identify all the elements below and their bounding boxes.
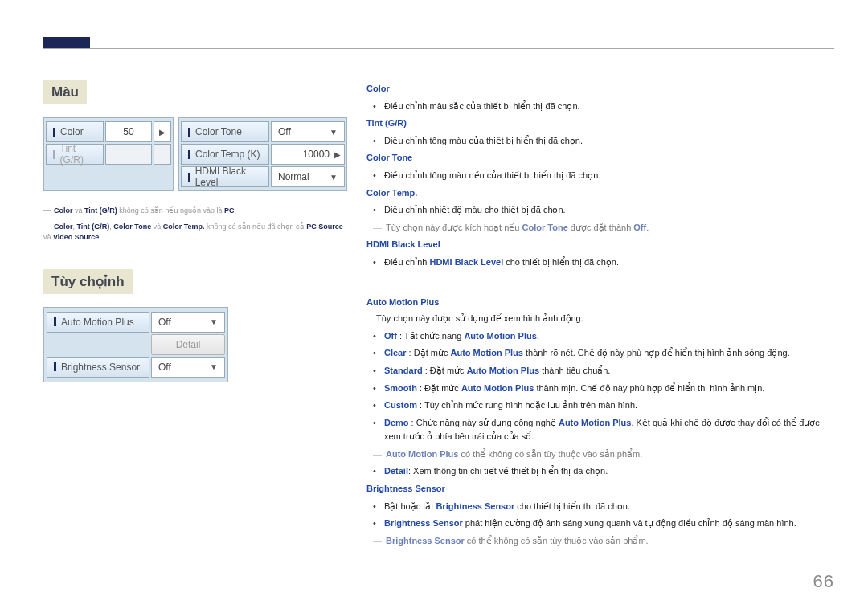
detail-button-text: Detail: [176, 339, 201, 350]
value-tint: [105, 144, 152, 165]
chevron-down-icon: ▼: [330, 173, 338, 182]
heading: Color Tone: [366, 151, 834, 166]
label-color-temp: Color Temp (K): [181, 144, 269, 165]
label-color-tone-text: Color Tone: [195, 126, 242, 137]
value-brightness-sensor-text: Off: [158, 362, 171, 373]
value-auto-motion[interactable]: Off▼: [151, 312, 225, 333]
heading: Color Temp.: [366, 186, 834, 201]
detail-button: Detail: [151, 334, 225, 355]
paragraph: Tùy chọn này được sử dụng để xem hình ản…: [376, 312, 834, 326]
panel-color-right: Color Tone Off▼ Color Temp (K) 10000▶ HD…: [178, 117, 347, 191]
label-auto-motion: Auto Motion Plus: [47, 312, 149, 333]
chevron-down-icon: ▼: [330, 128, 338, 137]
footnote-line: ―Color và Tint (G/R) không có sẵn nếu ng…: [43, 206, 347, 217]
label-auto-motion-text: Auto Motion Plus: [61, 317, 134, 328]
heading: Auto Motion Plus: [366, 296, 834, 310]
list-item: Detail: Xem thông tin chi tiết về thiết …: [373, 464, 834, 479]
value-hdmi-black-text: Normal: [278, 171, 309, 182]
value-brightness-sensor[interactable]: Off▼: [151, 357, 225, 378]
section-title-mau: Màu: [43, 80, 87, 104]
label-color-text: Color: [60, 126, 84, 137]
list-item: Điều chỉnh HDMI Black Level cho thiết bị…: [373, 255, 834, 270]
list-item: Demo : Chức năng này sử dụng công nghệ A…: [373, 416, 834, 444]
arrow-tint: [154, 144, 171, 165]
right-column: ColorĐiều chỉnh màu sắc của thiết bị hiể…: [347, 80, 834, 573]
list-item: Điều chỉnh màu sắc của thiết bị hiển thị…: [373, 100, 834, 114]
heading: Tint (G/R): [366, 116, 834, 131]
value-color-tone-text: Off: [278, 126, 291, 137]
label-hdmi-black-text: HDMI Black Level: [195, 166, 262, 188]
value-color-text: 50: [123, 126, 133, 137]
chevron-down-icon: ▼: [210, 317, 218, 326]
left-column: Màu Color 50 ▶ Tint (G/R): [43, 80, 347, 573]
list-item: Điều chỉnh nhiệt độ màu cho thiết bị đã …: [373, 203, 834, 218]
note: Auto Motion Plus có thể không có sẵn tùy…: [373, 447, 834, 462]
heading: Color: [366, 82, 834, 96]
footnotes-section1: ―Color và Tint (G/R) không có sẵn nếu ng…: [43, 206, 347, 243]
header-divider: [43, 48, 834, 49]
list-item: Clear : Đặt mức Auto Motion Plus thành r…: [373, 346, 834, 361]
value-color-temp-text: 10000: [303, 149, 330, 160]
footnote-line: ―Color, Tint (G/R), Color Tone và Color …: [43, 222, 347, 243]
heading: Brightness Sensor: [366, 482, 834, 497]
arrow-right-icon: ▶: [159, 128, 166, 137]
list-item: Brightness Sensor phát hiện cường độ ánh…: [373, 517, 834, 531]
value-auto-motion-text: Off: [158, 317, 171, 328]
chevron-down-icon: ▼: [210, 362, 218, 371]
heading: HDMI Black Level: [366, 238, 834, 252]
list-item: Smooth : Đặt mức Auto Motion Plus thành …: [373, 382, 834, 396]
page-number: 66: [813, 571, 834, 592]
value-color-tone[interactable]: Off▼: [271, 121, 345, 142]
label-tint: Tint (G/R): [46, 144, 104, 165]
label-color: Color: [46, 121, 104, 142]
list-item: Bật hoặc tắt Brightness Sensor cho thiết…: [373, 500, 834, 514]
arrow-color[interactable]: ▶: [154, 121, 171, 142]
value-hdmi-black[interactable]: Normal▼: [271, 166, 345, 187]
section-title-tuychon: Tùy chọỉnh: [43, 269, 133, 294]
note: Tùy chọn này được kích hoạt nếu Color To…: [373, 221, 834, 235]
panel-tuychon: Auto Motion Plus Off▼ Detail Brightness …: [43, 307, 228, 382]
list-item: Điều chỉnh tông màu nền của thiết bị hiể…: [373, 169, 834, 183]
list-item: Điều chỉnh tông màu của thiết bị hiển th…: [373, 134, 834, 149]
value-color-temp[interactable]: 10000▶: [271, 144, 345, 165]
arrow-right-icon: ▶: [334, 150, 341, 159]
label-color-temp-text: Color Temp (K): [195, 149, 260, 160]
label-brightness-sensor: Brightness Sensor: [47, 357, 149, 378]
list-item: Standard : Đặt mức Auto Motion Plus thàn…: [373, 364, 834, 378]
header-accent-bar: [43, 37, 90, 48]
note: Brightness Sensor có thể không có sẵn tù…: [373, 534, 834, 549]
label-color-tone: Color Tone: [181, 121, 269, 142]
list-item: Off : Tắt chức năng Auto Motion Plus.: [373, 329, 834, 344]
label-hdmi-black: HDMI Black Level: [181, 166, 269, 187]
value-color[interactable]: 50: [105, 121, 152, 142]
panel-color-left: Color 50 ▶ Tint (G/R): [43, 117, 174, 191]
spacer: [366, 273, 834, 294]
label-tint-text: Tint (G/R): [60, 143, 96, 166]
label-brightness-sensor-text: Brightness Sensor: [61, 362, 140, 373]
list-item: Custom : Tùy chỉnh mức rung hình hoặc lư…: [373, 398, 834, 413]
